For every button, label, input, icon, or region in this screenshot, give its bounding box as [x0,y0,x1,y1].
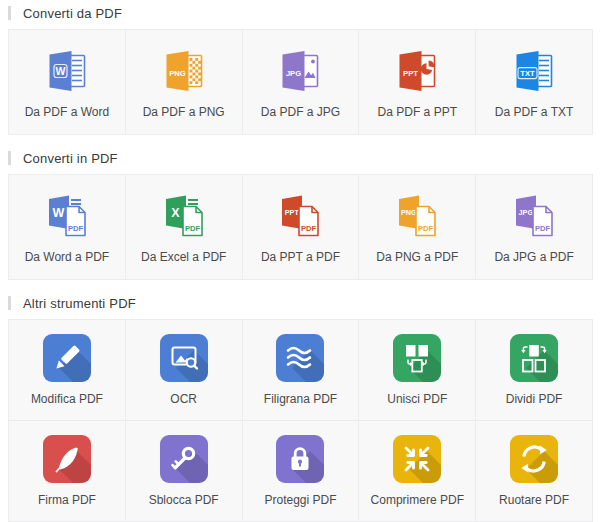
unlock-key-icon [160,435,208,483]
tile-modifica-pdf[interactable]: Modifica PDF [9,320,125,420]
tile-filigrana-pdf[interactable]: Filigrana PDF [243,320,359,420]
split-pages-icon [510,334,558,382]
tile-grid-convert-to-pdf: W PDFDa Word a PDFX PDFDa Excel a PDFPPT… [8,174,593,280]
tile-da-png-a-pdf[interactable]: PNG PDFDa PNG a PDF [359,175,475,279]
word-file-icon: W [43,47,91,95]
tile-unisci-pdf[interactable]: Unisci PDF [359,320,475,420]
compress-arrows-icon [393,435,441,483]
ocr-scan-icon [160,334,208,382]
tile-da-pdf-a-txt[interactable]: TXTDa PDF a TXT [476,30,592,134]
svg-text:JPG: JPG [519,208,534,217]
merge-pages-icon [393,334,441,382]
tile-da-pdf-a-word[interactable]: WDa PDF a Word [9,30,125,134]
tile-label: Da Word a PDF [25,250,109,264]
section-header: Converti da PDF [8,5,592,21]
svg-text:PPT: PPT [285,208,300,217]
tile-sblocca-pdf[interactable]: Sblocca PDF [126,421,242,521]
tile-firma-pdf[interactable]: Firma PDF [9,421,125,521]
section-title: Converti da PDF [23,6,122,21]
tile-da-excel-a-pdf[interactable]: X PDFDa Excel a PDF [126,175,242,279]
word-to-pdf-icon: W PDF [43,192,91,240]
section-header: Converti in PDF [8,150,592,166]
section-accent-bar [8,296,11,310]
tile-label: Unisci PDF [387,392,447,406]
svg-text:TXT: TXT [520,69,535,78]
ppt-to-pdf-icon: PPT PDF [276,192,324,240]
tile-da-ppt-a-pdf[interactable]: PPT PDFDa PPT a PDF [243,175,359,279]
rotate-arrows-icon [510,435,558,483]
section-convert-to-pdf: Converti in PDF W PDFDa Word a PDFX PDFD… [0,150,600,280]
tile-ruotare-pdf[interactable]: Ruotare PDF [476,421,592,521]
png-to-pdf-icon: PNG PDF [393,192,441,240]
tile-da-pdf-a-ppt[interactable]: PPTDa PDF a PPT [359,30,475,134]
svg-text:JPG: JPG [286,69,301,78]
tile-da-pdf-a-png[interactable]: PNGDa PDF a PNG [126,30,242,134]
tile-label: Da PDF a PNG [143,105,225,119]
section-other-pdf-tools: Altri strumenti PDF Modifica PDF OCR Fil… [0,295,600,522]
tile-da-jpg-a-pdf[interactable]: JPG PDFDa JPG a PDF [476,175,592,279]
svg-text:X: X [171,206,180,220]
section-title: Converti in PDF [23,151,118,166]
svg-text:PDF: PDF [68,224,84,233]
section-accent-bar [8,151,11,165]
section-header: Altri strumenti PDF [8,295,592,311]
tile-label: Firma PDF [38,493,96,507]
tile-label: Da PDF a Word [25,105,109,119]
signature-feather-icon [43,435,91,483]
edit-pencil-icon [43,334,91,382]
watermark-waves-icon [276,334,324,382]
svg-text:W: W [55,65,65,77]
svg-text:PDF: PDF [185,224,201,233]
tile-label: Sblocca PDF [149,493,219,507]
tile-label: Da PDF a PPT [378,105,457,119]
section-convert-from-pdf: Converti da PDF WDa PDF a Word PNGDa PDF… [0,5,600,135]
tile-label: Comprimere PDF [371,493,464,507]
svg-text:PNG: PNG [401,208,417,217]
tile-proteggi-pdf[interactable]: Proteggi PDF [243,421,359,521]
tile-dividi-pdf[interactable]: Dividi PDF [476,320,592,420]
section-accent-bar [8,6,11,20]
section-title: Altri strumenti PDF [23,296,136,311]
jpg-to-pdf-icon: JPG PDF [510,192,558,240]
tile-label: Da PDF a JPG [261,105,340,119]
tile-label: Da PPT a PDF [261,250,340,264]
svg-text:PDF: PDF [301,224,317,233]
svg-text:PPT: PPT [403,69,418,78]
protect-lock-icon [276,435,324,483]
tile-comprimere-pdf[interactable]: Comprimere PDF [359,421,475,521]
tile-label: Da Excel a PDF [141,250,226,264]
svg-text:PDF: PDF [535,224,551,233]
jpg-file-icon: JPG [276,47,324,95]
tile-grid-convert-from-pdf: WDa PDF a Word PNGDa PDF a PNG JPGDa PDF… [8,29,593,135]
tile-label: Da PDF a TXT [495,105,573,119]
tile-ocr[interactable]: OCR [126,320,242,420]
tile-label: Proteggi PDF [264,493,336,507]
tile-label: Ruotare PDF [499,493,569,507]
tile-da-pdf-a-jpg[interactable]: JPGDa PDF a JPG [243,30,359,134]
tile-label: Da PNG a PDF [376,250,458,264]
txt-file-icon: TXT [510,47,558,95]
tile-label: Dividi PDF [506,392,563,406]
svg-text:PNG: PNG [169,69,186,78]
svg-text:PDF: PDF [418,224,434,233]
tile-da-word-a-pdf[interactable]: W PDFDa Word a PDF [9,175,125,279]
svg-text:W: W [52,206,64,220]
tile-label: OCR [170,392,197,406]
png-file-icon: PNG [160,47,208,95]
tile-label: Modifica PDF [31,392,103,406]
tile-grid-other-tools: Modifica PDF OCR Filigrana PDF Unisci PD… [8,319,593,522]
ppt-file-icon: PPT [393,47,441,95]
tile-label: Da JPG a PDF [494,250,573,264]
tile-label: Filigrana PDF [264,392,337,406]
excel-to-pdf-icon: X PDF [160,192,208,240]
